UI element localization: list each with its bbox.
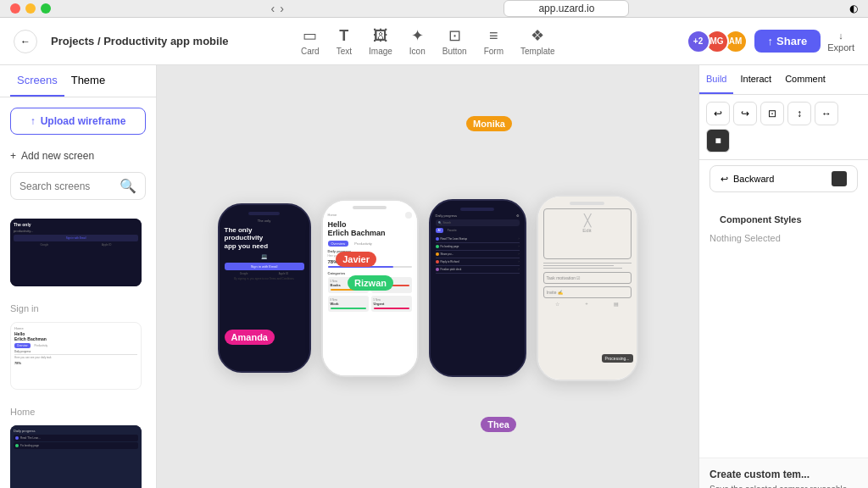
phone-screen-daily: Daily progress ⚙ 🔍 Search All Favorite [431,201,525,375]
screen-list: The only productivity... Sign in with Em… [0,205,156,488]
upload-label: Upload wireframe [41,115,126,127]
backward-icon: ↩ [721,174,728,185]
panel-tool-flip-h[interactable]: ↔ [815,102,838,125]
phone-frame-sketch[interactable]: ╳ Edit Task motivation ☑ Invite ✍ [537,195,638,381]
component-styles-title: Component Styles [709,206,858,230]
phone-screen-sketch: ╳ Edit Task motivation ☑ Invite ✍ [538,197,637,380]
phone-frame-home[interactable]: Home HelloErlich Bachman Overview Produc… [321,199,419,377]
tool-card[interactable]: ▭ Card [301,26,320,56]
url-bar[interactable]: app.uzard.io [504,0,629,17]
list-item[interactable]: The only productivity... Sign in with Em… [0,212,156,297]
maximize-dot[interactable] [41,3,51,14]
tool-icon[interactable]: ✦ Icon [409,26,426,56]
panel-tool-flip-v[interactable]: ↕ [787,102,811,125]
tool-card-label: Card [301,47,320,56]
share-icon: ↑ [768,35,774,47]
backward-button[interactable]: ↩ Backward [709,165,858,192]
card-icon: ▭ [303,26,317,45]
tool-image-label: Image [369,47,392,56]
panel-tools: ↩ ↪ ⊡ ↕ ↔ ■ [699,95,868,160]
screen-section-home: Home [0,400,156,419]
panel-tool-undo[interactable]: ↩ [706,102,730,125]
canvas[interactable]: Monika Javier Rizwan Amanda Thea The onl… [157,65,698,488]
plus-icon: + [10,150,16,162]
tool-text[interactable]: T Text [337,27,352,56]
body: Screens Theme ↑ Upload wireframe + Add n… [0,65,868,488]
sidebar-upload: ↑ Upload wireframe [10,108,146,135]
panel-tool-copy[interactable]: ⊡ [760,102,784,125]
tool-button-label: Button [442,47,467,56]
back-nav-btn[interactable]: ‹ [271,2,275,15]
search-icon: 🔍 [120,178,136,194]
create-template-title: Create custom tem... [709,469,858,480]
theme-toggle[interactable]: ◐ [849,3,858,14]
phone-frame-signin[interactable]: The only The onlyproductivityapp you nee… [218,203,311,373]
text-icon: T [339,27,348,45]
tool-template[interactable]: ❖ Template [520,26,555,56]
button-icon: ⊡ [448,26,461,45]
phone-frame-daily[interactable]: Daily progress ⚙ 🔍 Search All Favorite [429,199,526,377]
phone-screen-signin: The only The onlyproductivityapp you nee… [220,205,309,371]
close-dot[interactable] [10,3,20,14]
canvas-main: Monika Javier Rizwan Amanda Thea The onl… [157,65,698,488]
tab-interact[interactable]: Interact [733,65,778,94]
export-button[interactable]: ↓ Export [827,30,854,53]
right-panel: Build Interact Comment ↩ ↪ ⊡ ↕ ↔ ■ ↩ Bac… [698,65,868,488]
backward-label: Backward [733,174,774,184]
toolbar: ▭ Card T Text 🖼 Image ✦ Icon ⊡ Button ≡ … [301,26,555,56]
create-template-section: Create custom tem... Save the selected c… [699,458,868,488]
upload-icon: ↑ [31,115,36,127]
titlebar: ‹ › app.uzard.io ◐ [0,0,868,18]
icon-icon: ✦ [411,26,424,45]
upload-wireframe-button[interactable]: ↑ Upload wireframe [10,108,146,135]
nav-buttons: ‹ › [271,2,284,15]
search-bar: 🔍 [10,172,146,200]
tool-template-label: Template [520,47,555,56]
cursor-monika: Monika [466,116,512,131]
template-icon: ❖ [531,26,544,45]
sidebar: Screens Theme ↑ Upload wireframe + Add n… [0,65,157,488]
avatar-count: +2 [687,30,710,53]
component-styles: Component Styles Nothing Selected [699,197,868,252]
tab-screens[interactable]: Screens [10,65,64,97]
tool-image[interactable]: 🖼 Image [369,27,392,56]
tab-theme[interactable]: Theme [64,65,112,97]
tool-form-label: Form [484,47,504,56]
breadcrumb-current: Productivity app mobile [103,35,228,47]
add-screen-label: Add new screen [21,150,94,162]
processing-badge: Processing... [602,354,633,363]
panel-tabs: Build Interact Comment [699,65,868,95]
forward-nav-btn[interactable]: › [280,2,284,15]
tool-button[interactable]: ⊡ Button [442,26,467,56]
cursor-thea: Thea [481,417,516,432]
tab-comment[interactable]: Comment [778,65,832,94]
list-item[interactable]: Daily progress Read 'The Lean... Fix lan… [0,419,156,488]
minimize-dot[interactable] [25,3,36,14]
breadcrumb-project: Projects / [51,35,101,47]
nothing-selected: Nothing Selected [709,233,858,243]
collaborator-avatars: +2 MG AM [687,30,748,53]
list-item[interactable]: Home Hello Erlich Bachman Overview Produ… [0,315,156,400]
panel-tool-dark[interactable]: ■ [706,129,730,152]
export-icon: ↓ [838,30,843,41]
screen-section-signin: Sign in [0,297,156,315]
back-button[interactable]: ← [14,30,37,53]
share-button[interactable]: ↑ Share [754,30,821,53]
screen-thumbnail-home: Home Hello Erlich Bachman Overview Produ… [10,322,142,390]
header-right: +2 MG AM ↑ Share ↓ Export [687,30,854,53]
share-label: Share [776,35,807,47]
phone-screen-home: Home HelloErlich Bachman Overview Produc… [323,201,417,375]
panel-tool-redo[interactable]: ↪ [733,102,757,125]
screen-thumbnail-daily: Daily progress Read 'The Lean... Fix lan… [10,425,142,488]
tool-form[interactable]: ≡ Form [484,27,504,56]
header: ← Projects / Productivity app mobile ▭ C… [0,18,868,65]
create-template-desc: Save the selected compor reuseable templ… [709,484,858,488]
window-controls [10,3,51,14]
add-screen-button[interactable]: + Add new screen [0,145,156,167]
image-icon: 🖼 [373,27,388,45]
sidebar-tabs: Screens Theme [0,65,156,97]
tab-build[interactable]: Build [699,65,733,94]
search-input[interactable] [19,180,114,192]
app: ← Projects / Productivity app mobile ▭ C… [0,18,868,488]
form-icon: ≡ [489,27,498,45]
